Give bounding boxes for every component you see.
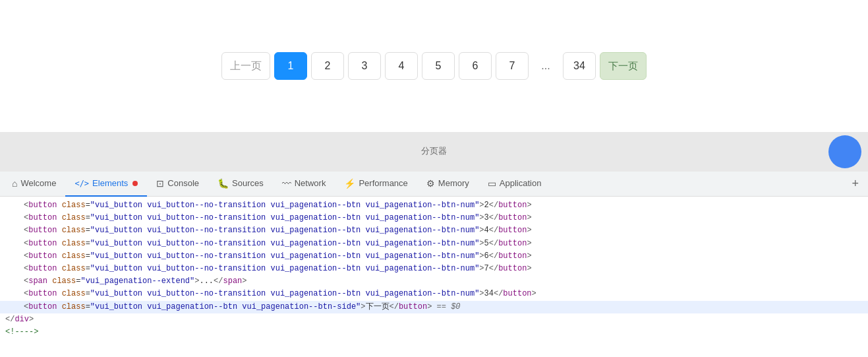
sources-icon: 🐛	[217, 178, 229, 189]
tab-sources-label: Sources	[232, 178, 264, 188]
elements-icon: </>	[74, 179, 89, 188]
home-icon: ⌂	[12, 178, 17, 189]
page-7-button[interactable]: 7	[496, 52, 529, 80]
tab-elements[interactable]: </> Elements	[65, 172, 147, 197]
tab-welcome[interactable]: ⌂ Welcome	[3, 172, 65, 197]
prev-page-button[interactable]: 上一页	[221, 52, 270, 80]
tab-performance[interactable]: ⚡ Performance	[335, 172, 417, 197]
page-1-button[interactable]: 1	[274, 52, 307, 80]
page-ellipsis: ...	[533, 52, 559, 80]
network-icon: 〰	[282, 178, 291, 189]
code-closing-comment: <!---->	[0, 326, 868, 339]
tab-application[interactable]: ▭ Application	[478, 172, 551, 197]
tab-application-label: Application	[500, 178, 542, 188]
devtools-code-area: <button class="vui_button vui_button--no…	[0, 197, 868, 357]
devtools-tabs-bar: ⌂ Welcome </> Elements ⊡ Console 🐛 Sourc…	[0, 172, 868, 197]
elements-badge	[132, 181, 138, 186]
page-2-button[interactable]: 2	[311, 52, 344, 80]
code-line-5: <button class="vui_button vui_button--no…	[0, 250, 868, 263]
page-5-button[interactable]: 5	[422, 52, 455, 80]
code-line-6: <button class="vui_button vui_button--no…	[0, 263, 868, 275]
tab-console[interactable]: ⊡ Console	[147, 172, 208, 197]
pagination-section: 上一页 1 2 3 4 5 6 7 ... 34 下一页	[0, 0, 868, 132]
code-line-7: <span class="vui_pagenation--extend">...…	[0, 275, 868, 288]
page-6-button[interactable]: 6	[459, 52, 492, 80]
devtools-panel: ⌂ Welcome </> Elements ⊡ Console 🐛 Sourc…	[0, 172, 868, 357]
partial-label: 分页器	[421, 145, 447, 157]
add-tab-button[interactable]: +	[845, 172, 865, 197]
code-closing-div: </div>	[0, 313, 868, 326]
code-line-8: <button class="vui_button vui_button--no…	[0, 288, 868, 300]
console-icon: ⊡	[156, 178, 164, 189]
tab-memory[interactable]: ⚙ Memory	[417, 172, 478, 197]
next-page-button[interactable]: 下一页	[600, 52, 647, 80]
tab-sources[interactable]: 🐛 Sources	[208, 172, 273, 197]
code-line-4: <button class="vui_button vui_button--no…	[0, 238, 868, 250]
code-line-3: <button class="vui_button vui_button--no…	[0, 224, 868, 237]
tab-performance-label: Performance	[359, 178, 407, 188]
tab-elements-label: Elements	[92, 178, 128, 188]
tab-network-label: Network	[295, 178, 326, 188]
performance-icon: ⚡	[344, 178, 355, 189]
code-line-2: <button class="vui_button vui_button--no…	[0, 212, 868, 224]
divider-area: 分页器	[0, 132, 868, 172]
code-line-1: <button class="vui_button vui_button--no…	[0, 199, 868, 212]
page-4-button[interactable]: 4	[385, 52, 418, 80]
page-3-button[interactable]: 3	[348, 52, 381, 80]
tab-network[interactable]: 〰 Network	[273, 172, 335, 197]
memory-icon: ⚙	[426, 178, 435, 189]
tab-memory-label: Memory	[438, 178, 469, 188]
page-34-button[interactable]: 34	[563, 52, 596, 80]
float-circle	[828, 135, 861, 168]
application-icon: ▭	[488, 178, 496, 189]
pagination-container: 上一页 1 2 3 4 5 6 7 ... 34 下一页	[221, 52, 647, 80]
code-line-9-highlighted[interactable]: <button class="vui_button vui_pagenation…	[0, 301, 868, 313]
tab-welcome-label: Welcome	[20, 178, 56, 188]
tab-console-label: Console	[167, 178, 199, 188]
